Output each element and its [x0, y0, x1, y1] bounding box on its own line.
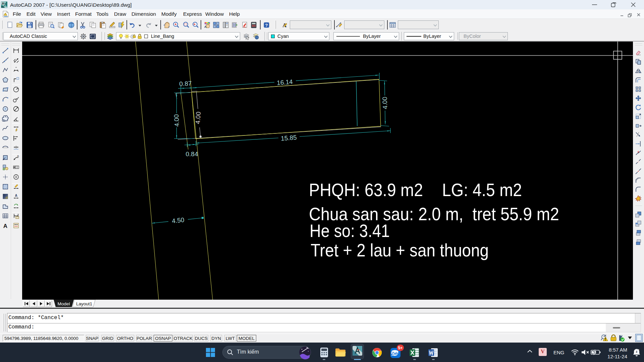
- svg-text:4.50: 4.50: [171, 216, 184, 225]
- svg-text:PHQH: 63.9 m2: PHQH: 63.9 m2: [309, 180, 423, 200]
- svg-text:Zalo: Zalo: [392, 351, 399, 355]
- svg-text:He so: 3.41: He so: 3.41: [310, 221, 390, 241]
- svg-text:LG: 4.5 m2: LG: 4.5 m2: [442, 180, 522, 200]
- svg-text:0.87: 0.87: [179, 80, 192, 87]
- svg-text:z: z: [636, 350, 638, 353]
- svg-text:4.00: 4.00: [194, 111, 202, 124]
- svg-text:0.84: 0.84: [186, 150, 198, 158]
- svg-text:15.85: 15.85: [281, 134, 297, 142]
- svg-text:16.14: 16.14: [277, 78, 293, 86]
- svg-text:Tret + 2 lau + san thuong: Tret + 2 lau + san thuong: [311, 240, 489, 260]
- svg-text:4.00: 4.00: [381, 97, 388, 109]
- svg-text:Layout1: Layout1: [76, 301, 92, 306]
- svg-text:z: z: [638, 349, 639, 351]
- svg-text:Model: Model: [58, 301, 70, 306]
- svg-text:4.00: 4.00: [173, 114, 180, 127]
